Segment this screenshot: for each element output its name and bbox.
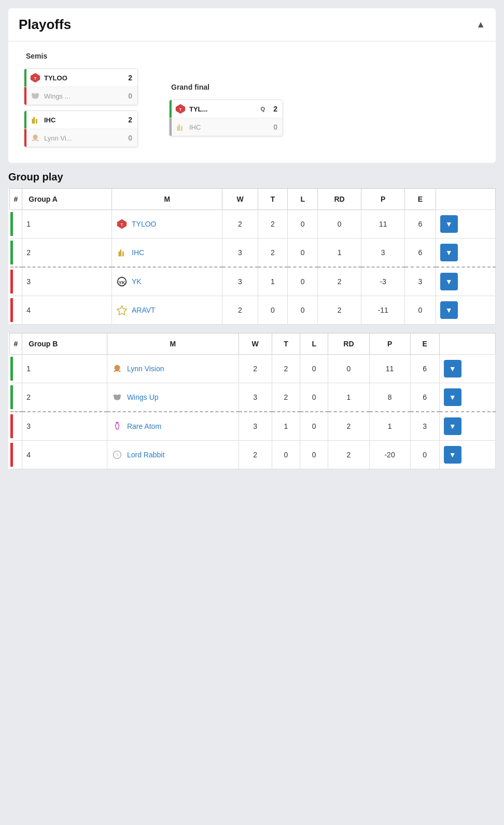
gf-team2-row: IHC 0 [170,118,283,136]
m-b2: 3 [239,383,272,412]
e-b3: ▼ [439,412,495,441]
indicator-cell-a4 [9,296,22,325]
semis-column: Semis T TYLOO 2 [24,52,138,147]
semi2-team1-bar [24,111,26,129]
semi2-team1-row: IHC 2 [24,111,137,129]
col-t-a: T [258,189,288,210]
lynn-vision-logo [111,363,123,374]
expand-a2[interactable]: ▼ [440,244,458,261]
gf-team2-bar [170,118,172,136]
team-cell-a4: ARAVT [116,304,218,316]
col-group-a: Group A [22,189,112,210]
group-play-section: Group play # Group A M W T L RD P E [8,171,496,469]
semi1-team2-name: Wings ... [44,92,121,100]
team-cell-b2: Wings Up [111,391,234,403]
expand-b4[interactable]: ▼ [444,446,461,464]
col-rank-a: # [9,189,22,210]
l-b1: 0 [328,355,369,383]
col-e-b: E [410,333,439,355]
indicator-bar-a4 [10,298,13,322]
e-b2: ▼ [439,383,495,412]
col-rd-a: RD [318,189,361,210]
indicator-cell-a2 [9,239,22,268]
team-cell-b3: Rare Atom [111,421,234,432]
playoffs-toggle-icon[interactable]: ▲ [476,19,485,30]
w-a3: 1 [258,267,288,296]
gf-team2-logo [175,121,186,133]
team-a2: IHC [112,239,222,268]
expand-a1[interactable]: ▼ [440,215,458,233]
semi1-team2-score: 0 [124,92,132,100]
semi2-team1-score: 2 [124,116,132,124]
group-b-header-row: # Group B M W T L RD P E [9,333,496,355]
indicator-cell-a3 [9,267,22,296]
p-a3: 3 [405,267,436,296]
expand-b1[interactable]: ▼ [444,360,461,377]
aravt-logo [116,304,128,316]
table-row: 1 T TYLOO 2 2 0 0 11 6 [9,210,496,239]
rd-a2: 3 [361,239,405,268]
col-w-a: W [222,189,258,210]
semi1-team1-score: 2 [124,74,132,82]
team-b2: Wings Up [107,383,239,412]
p-b3: 3 [410,412,439,441]
gf-qualifier-badge: Q [260,106,265,112]
rank-a1: 1 [22,210,112,239]
rd-a1: 11 [361,210,405,239]
svg-marker-18 [117,306,127,315]
expand-b3[interactable]: ▼ [444,417,461,435]
semi2-team2-score: 0 [124,134,132,142]
rd-b2: 8 [369,383,410,412]
t-a1: 0 [288,210,318,239]
table-row: 2 Wings Up 3 2 0 1 8 6 [9,383,496,412]
table-row: 1 Lynn Vision 2 2 0 0 11 6 [9,355,496,383]
team-b4: ? Lord Rabbit [107,441,239,469]
l-a3: 2 [318,267,361,296]
bracket-columns: Semis T TYLOO 2 [24,52,480,147]
team-cell-b4: ? Lord Rabbit [111,449,234,460]
grand-final-column: Grand final T TYL... Q 2 [169,83,283,136]
semi2-team1-name: IHC [44,116,121,124]
w-a4: 0 [258,296,288,325]
semi2-team1-logo [30,114,41,125]
col-p-b: P [369,333,410,355]
rd-a4: -11 [361,296,405,325]
rd-b3: 1 [369,412,410,441]
svg-rect-4 [32,119,34,123]
m-b3: 3 [239,412,272,441]
w-b1: 2 [272,355,300,383]
svg-text:YK: YK [119,280,125,285]
l-a2: 1 [318,239,361,268]
expand-a4[interactable]: ▼ [440,301,458,319]
grand-final-label: Grand final [169,83,283,91]
aravt-link[interactable]: ARAVT [132,306,156,314]
table-row: 3 Rare Atom 3 1 0 2 1 3 [9,412,496,441]
w-b2: 2 [272,383,300,412]
ihc-link[interactable]: IHC [132,248,144,257]
semi2-team2-name: Lynn Vi... [44,134,121,142]
indicator-cell-a1 [9,210,22,239]
svg-rect-9 [181,126,183,131]
m-a2: 3 [222,239,258,268]
wings-up-link[interactable]: Wings Up [127,393,159,401]
tyloo-link[interactable]: TYLOO [132,220,156,228]
w-a1: 2 [258,210,288,239]
group-a-header-row: # Group A M W T L RD P E [9,189,496,210]
team-cell-a1: T TYLOO [116,218,218,230]
semi1-match: T TYLOO 2 Wings ... [24,68,138,105]
table-row: 4 ARAVT 2 0 0 2 -11 0 [9,296,496,325]
lynn-vision-link[interactable]: Lynn Vision [127,365,164,373]
col-p-a: P [361,189,405,210]
lord-rabbit-link[interactable]: Lord Rabbit [127,451,164,459]
col-l-a: L [288,189,318,210]
playoffs-header: Playoffs ▲ [8,8,496,41]
gf-team2-name: IHC [189,123,266,131]
wings-up-logo [111,391,123,403]
semi2-team2-row: Lynn Vi... 0 [24,129,137,147]
expand-b2[interactable]: ▼ [444,388,461,406]
l-a1: 0 [318,210,361,239]
yk-link[interactable]: YK [132,277,142,286]
rare-atom-link[interactable]: Rare Atom [127,422,161,430]
expand-a3[interactable]: ▼ [440,273,458,290]
t-a3: 0 [288,267,318,296]
